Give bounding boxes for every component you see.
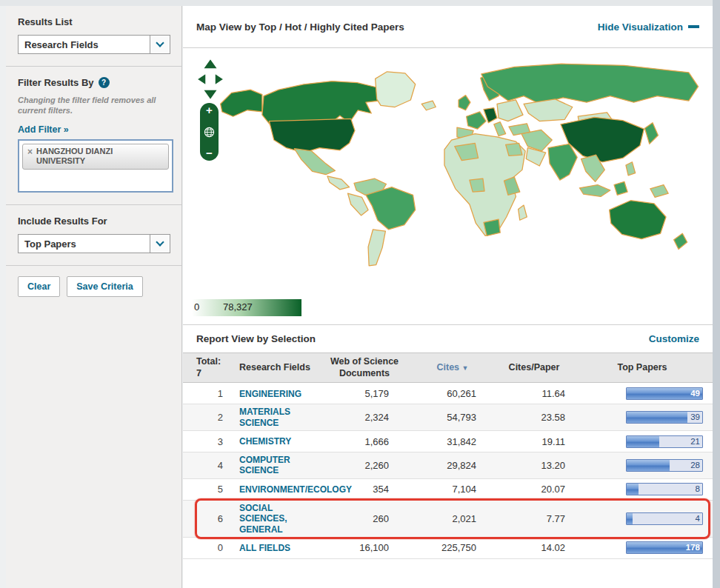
top-papers-bar: 49	[626, 387, 703, 400]
zoom-out-icon[interactable]: −	[206, 148, 213, 158]
page: Results List Research Fields Filter Resu…	[0, 0, 720, 588]
cites-per-paper-value: 13.20	[493, 460, 576, 471]
globe-icon[interactable]	[204, 127, 215, 138]
cites-per-paper-value: 23.58	[493, 412, 576, 423]
filter-tag[interactable]: × HANGZHOU DIANZI UNIVERSITY	[22, 144, 169, 170]
clear-button[interactable]: Clear	[18, 276, 60, 297]
table-row[interactable]: 5 ENVIRONMENT/ECOLOGY 354 7,104 20.07 8	[183, 479, 713, 501]
total-count-header: Total: 7	[183, 356, 229, 379]
include-results-dropdown-button[interactable]	[150, 235, 170, 253]
map-zoom-control[interactable]: + −	[200, 103, 219, 161]
research-field-link[interactable]: SOCIAL SCIENCES, GENERAL	[239, 503, 316, 535]
country-uk	[459, 96, 470, 110]
cites-per-paper-value: 14.02	[493, 542, 576, 553]
region-central-america	[327, 176, 350, 190]
top-papers-bar: 8	[626, 483, 703, 495]
collapse-minus-icon	[688, 25, 699, 28]
country-kazakhstan	[524, 99, 573, 121]
column-header-cites-per-paper: Cites/Paper	[493, 362, 576, 374]
top-papers-value: 8	[696, 484, 700, 493]
cites-value: 54,793	[413, 412, 493, 423]
region-argentina-chile	[368, 230, 385, 266]
row-rank: 1	[183, 388, 229, 399]
legend-max-value: 78,327	[223, 301, 253, 313]
research-field-link[interactable]: ENGINEERING	[239, 389, 301, 399]
filter-results-heading: Filter Results By ?	[18, 77, 170, 88]
island-borneo	[614, 181, 627, 195]
top-papers-bar: 28	[626, 459, 703, 472]
map-pan-control[interactable]	[195, 57, 226, 101]
island-light	[421, 101, 436, 110]
country-new-zealand	[674, 233, 687, 249]
table-row[interactable]: 0 ALL FIELDS 16,100 225,750 14.02 178	[183, 538, 713, 559]
top-papers-bar: 21	[626, 435, 703, 448]
sidebar-actions: Clear Save Criteria	[6, 266, 181, 309]
wos-documents-value: 260	[316, 513, 413, 524]
country-italy	[494, 122, 506, 136]
report-view-title: Report View by Selection	[196, 333, 316, 344]
country-indonesia	[579, 185, 610, 197]
main-panel: Map View by Top / Hot / Highly Cited Pap…	[183, 6, 713, 588]
region-peru	[347, 193, 368, 216]
row-rank: 4	[183, 460, 229, 471]
top-papers-value: 21	[690, 437, 700, 446]
research-field-link[interactable]: CHEMISTRY	[239, 436, 291, 447]
top-papers-bar: 39	[626, 411, 703, 424]
country-russia	[481, 64, 699, 104]
active-filters-box: × HANGZHOU DIANZI UNIVERSITY	[18, 139, 173, 193]
results-list-dropdown[interactable]: Research Fields	[18, 35, 170, 54]
table-row[interactable]: 6 SOCIAL SCIENCES, GENERAL 260 2,021 7.7…	[183, 501, 713, 538]
chevron-down-icon	[156, 238, 164, 246]
save-criteria-button[interactable]: Save Criteria	[67, 276, 142, 297]
column-header-top-papers: Top Papers	[576, 362, 709, 374]
country-india	[548, 144, 577, 180]
country-philippines	[626, 162, 636, 176]
top-papers-bar: 178	[626, 541, 703, 554]
table-row[interactable]: 3 CHEMISTRY 1,666 31,842 19.11 21	[183, 431, 713, 452]
country-nigeria	[470, 178, 484, 192]
zoom-in-icon[interactable]: +	[206, 105, 213, 116]
country-mexico	[294, 149, 335, 175]
customize-link[interactable]: Customize	[649, 333, 699, 344]
top-papers-value: 39	[690, 412, 700, 421]
research-field-link[interactable]: MATERIALS SCIENCE	[239, 407, 316, 428]
world-map-visualization[interactable]: + − 0 78,327	[183, 48, 713, 325]
filter-results-section: Filter Results By ? Changing the filter …	[6, 67, 181, 204]
column-header-wos-documents: Web of Science Documents	[316, 356, 413, 379]
cites-value: 225,750	[413, 542, 493, 553]
column-header-cites-sort[interactable]: Cites ▼	[413, 362, 493, 374]
country-alaska	[221, 90, 262, 116]
row-rank: 0	[183, 542, 229, 553]
include-results-dropdown[interactable]: Top Papers	[18, 234, 170, 253]
region-eastern-europe	[497, 100, 523, 121]
country-usa	[269, 118, 355, 153]
top-papers-value: 4	[696, 514, 700, 523]
research-field-link[interactable]: ALL FIELDS	[239, 543, 290, 553]
cites-value: 29,824	[413, 460, 493, 471]
row-rank: 5	[183, 484, 229, 495]
table-body: 1 ENGINEERING 5,179 60,261 11.64 49 2 MA…	[183, 383, 713, 559]
chevron-down-icon	[156, 39, 164, 47]
cites-per-paper-value: 11.64	[493, 388, 576, 399]
add-filter-link[interactable]: Add Filter »	[18, 124, 69, 135]
include-results-heading: Include Results For	[18, 216, 170, 227]
wos-documents-value: 5,179	[316, 388, 413, 399]
help-icon[interactable]: ?	[99, 77, 110, 88]
results-list-heading: Results List	[18, 16, 170, 27]
map-color-legend: 0 78,327	[192, 299, 301, 316]
table-row[interactable]: 1 ENGINEERING 5,179 60,261 11.64 49	[183, 383, 713, 404]
results-table: Total: 7 Research Fields Web of Science …	[183, 353, 713, 559]
choropleth-world-map[interactable]	[186, 54, 704, 276]
country-south-africa	[484, 219, 500, 235]
cites-per-paper-value: 7.77	[493, 513, 576, 524]
hide-visualization-link[interactable]: Hide Visualization	[598, 21, 699, 33]
row-rank: 6	[183, 513, 229, 524]
wos-documents-value: 1,666	[316, 436, 413, 447]
table-row[interactable]: 4 COMPUTER SCIENCE 2,260 29,824 13.20 28	[183, 452, 713, 479]
filter-note: Changing the filter field removes all cu…	[18, 96, 170, 116]
page-top-margin	[0, 0, 720, 6]
research-field-link[interactable]: COMPUTER SCIENCE	[239, 455, 316, 476]
table-row[interactable]: 2 MATERIALS SCIENCE 2,324 54,793 23.58 3…	[183, 404, 713, 431]
remove-filter-icon[interactable]: ×	[27, 147, 33, 156]
results-list-dropdown-button[interactable]	[150, 36, 170, 53]
